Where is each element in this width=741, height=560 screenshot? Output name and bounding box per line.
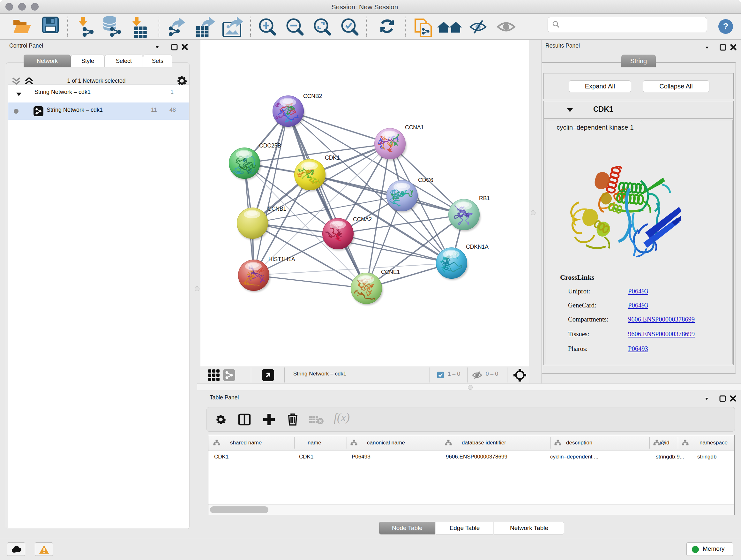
svg-text:CCNE1: CCNE1 <box>381 269 400 275</box>
svg-text:?: ? <box>723 21 728 31</box>
svg-text:CDK1: CDK1 <box>325 154 340 161</box>
svg-text:CDC6: CDC6 <box>418 177 433 183</box>
svg-text:CCNB1: CCNB1 <box>267 206 286 212</box>
svg-text:CDKN1A: CDKN1A <box>466 244 488 250</box>
svg-text:RB1: RB1 <box>479 195 490 201</box>
svg-text:CCNA1: CCNA1 <box>405 124 424 131</box>
svg-text:CDC25B: CDC25B <box>259 142 281 149</box>
svg-text:HIST1H1A: HIST1H1A <box>268 256 295 262</box>
svg-text:CCNB2: CCNB2 <box>303 93 322 99</box>
svg-text:CCNA2: CCNA2 <box>353 216 372 223</box>
